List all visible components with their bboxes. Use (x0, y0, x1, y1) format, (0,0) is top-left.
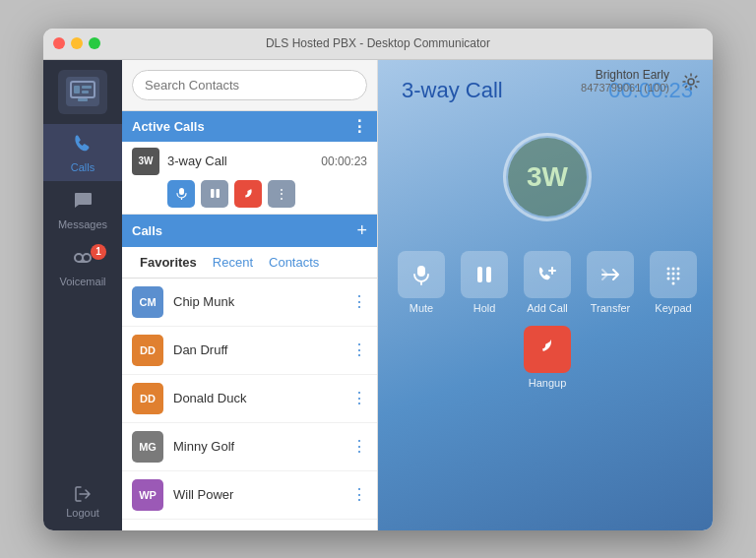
hold-icon (209, 187, 221, 200)
call-avatar-large: 3W (503, 133, 592, 221)
search-input[interactable] (132, 70, 367, 100)
keypad-button[interactable]: Keypad (650, 251, 697, 314)
add-call-label: Add Call (527, 302, 568, 314)
search-bar (122, 60, 377, 111)
active-calls-more-icon[interactable]: ⋮ (351, 117, 367, 136)
active-calls-header: Active Calls ⋮ (122, 111, 377, 142)
contact-more-0[interactable]: ⋮ (351, 292, 367, 311)
keypad-icon (662, 264, 684, 285)
svg-point-25 (667, 277, 670, 279)
logout-button[interactable]: Logout (43, 472, 122, 530)
mute-label: Mute (410, 302, 433, 314)
svg-rect-8 (179, 188, 184, 195)
call-controls: Mute Hold (378, 251, 713, 326)
contact-more-3[interactable]: ⋮ (351, 437, 367, 456)
logout-icon (73, 484, 93, 504)
sidebar-item-voicemail[interactable]: 1 Voicemail (43, 238, 122, 295)
transfer-label: Transfer (591, 302, 631, 314)
contact-name-1: Dan Druff (173, 342, 342, 357)
svg-rect-15 (477, 267, 482, 282)
svg-rect-1 (74, 86, 80, 93)
contact-item[interactable]: DD Dan Druff ⋮ (122, 327, 377, 375)
active-mute-button[interactable] (167, 180, 195, 208)
voicemail-label: Voicemail (59, 276, 105, 287)
maximize-button[interactable] (89, 37, 100, 49)
panel-right: Brighton Early 8473799061 (100) 3-way Ca… (378, 60, 713, 530)
app-body: Calls Messages 1 (43, 60, 713, 530)
app-window: DLS Hosted PBX - Desktop Communicator (43, 29, 713, 530)
active-hold-button[interactable] (201, 180, 228, 208)
svg-point-20 (672, 267, 675, 270)
contact-item[interactable]: WP Will Power ⋮ (122, 471, 377, 520)
mute-control-icon (398, 251, 445, 298)
hold-control-icon (461, 251, 508, 298)
svg-point-24 (677, 272, 680, 275)
sidebar-item-messages[interactable]: Messages (43, 181, 122, 238)
microphone-icon (410, 264, 432, 285)
hangup-row: Hangup (378, 326, 713, 408)
svg-rect-13 (417, 266, 425, 277)
hangup-label: Hangup (529, 377, 567, 389)
hangup-icon (242, 187, 255, 200)
svg-rect-11 (216, 189, 220, 198)
contact-name-2: Donald Duck (173, 391, 342, 405)
contact-avatar-0: CM (132, 286, 163, 318)
active-call-avatar: 3W (132, 148, 159, 175)
end-call-icon (536, 338, 559, 361)
contact-more-4[interactable]: ⋮ (351, 485, 367, 504)
calls-header: Calls + (122, 215, 377, 247)
sidebar-item-calls[interactable]: Calls (43, 124, 122, 181)
svg-point-19 (667, 267, 670, 270)
hold-label: Hold (473, 302, 496, 314)
user-name: Brighton Early (581, 68, 669, 82)
calls-tabs: Favorites Recent Contacts (122, 247, 377, 279)
contact-avatar-4: WP (132, 479, 163, 511)
gear-icon (682, 73, 700, 91)
svg-point-12 (688, 79, 694, 85)
active-more-button[interactable]: ⋮ (268, 180, 295, 208)
contact-more-1[interactable]: ⋮ (351, 341, 367, 359)
tab-favorites[interactable]: Favorites (132, 253, 205, 272)
svg-point-5 (75, 254, 83, 262)
mute-button[interactable]: Mute (398, 251, 445, 314)
active-call-row2: ⋮ (132, 180, 367, 208)
add-call-button[interactable]: Add Call (524, 251, 571, 314)
contact-item[interactable]: CM Chip Munk ⋮ (122, 279, 377, 327)
add-call-control-icon (524, 251, 571, 298)
tab-recent[interactable]: Recent (205, 253, 261, 272)
contact-item[interactable]: DD Donald Duck ⋮ (122, 375, 377, 423)
panel-left: Active Calls ⋮ 3W 3-way Call 00:00:23 (122, 60, 378, 530)
svg-point-26 (672, 277, 675, 279)
contact-name-4: Will Power (173, 487, 342, 502)
user-number: 8473799061 (100) (581, 82, 669, 93)
hangup-control-icon (524, 326, 571, 373)
transfer-icon (599, 264, 621, 285)
keypad-label: Keypad (655, 302, 691, 314)
titlebar: DLS Hosted PBX - Desktop Communicator (43, 29, 713, 60)
hold-button[interactable]: Hold (461, 251, 508, 314)
user-info: Brighton Early 8473799061 (100) (581, 68, 669, 93)
call-avatar-text: 3W (508, 138, 587, 217)
active-call-row1: 3W 3-way Call 00:00:23 (132, 148, 367, 175)
transfer-control-icon (587, 251, 634, 298)
svg-point-21 (677, 267, 680, 270)
voicemail-badge: 1 (91, 244, 106, 260)
close-button[interactable] (53, 37, 65, 49)
svg-rect-2 (82, 86, 92, 89)
settings-button[interactable] (677, 68, 705, 95)
logo-icon (66, 77, 99, 106)
active-call-name: 3-way Call (167, 154, 313, 168)
minimize-button[interactable] (71, 37, 83, 49)
transfer-button[interactable]: Transfer (587, 251, 634, 314)
active-calls-title: Active Calls (132, 119, 205, 134)
hangup-button[interactable]: Hangup (524, 326, 571, 389)
contact-avatar-3: MG (132, 431, 163, 463)
add-call-icon[interactable]: + (356, 220, 367, 241)
tab-contacts[interactable]: Contacts (261, 253, 327, 272)
contact-avatar-1: DD (132, 335, 163, 366)
active-hangup-button[interactable] (234, 180, 262, 208)
contact-more-2[interactable]: ⋮ (351, 389, 367, 407)
calls-label: Calls (71, 161, 94, 173)
messages-label: Messages (58, 218, 107, 230)
contact-item[interactable]: MG Minny Golf ⋮ (122, 423, 377, 471)
